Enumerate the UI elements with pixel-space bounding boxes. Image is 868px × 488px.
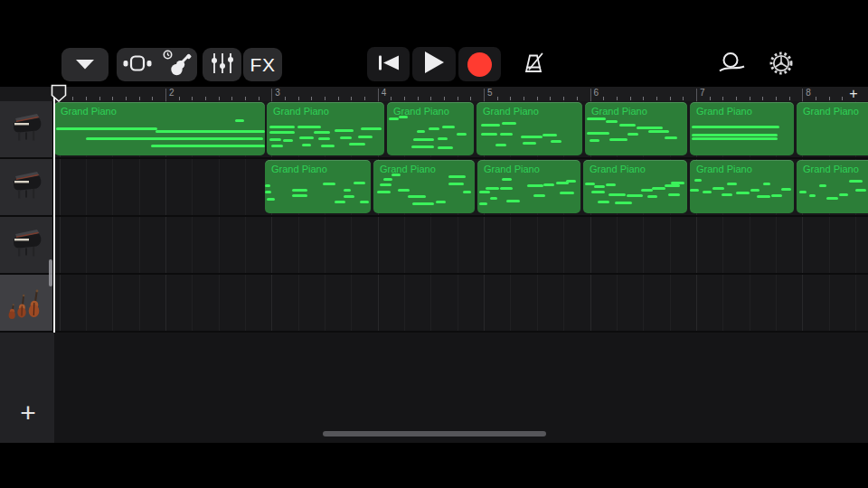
midi-note — [321, 145, 335, 147]
region-label: Grand Piano — [591, 106, 647, 117]
ruler-bar-number: 3 — [275, 88, 280, 98]
view-switcher — [117, 48, 197, 81]
strings-icon — [6, 283, 46, 323]
ruler-bar-tick — [696, 89, 697, 101]
midi-note — [502, 122, 516, 125]
vertical-scrollbar[interactable] — [49, 259, 52, 286]
record-icon — [467, 52, 492, 77]
midi-note — [781, 188, 790, 191]
region-label: Grand Piano — [380, 164, 436, 174]
midi-region[interactable]: Grand Piano — [585, 102, 687, 155]
track-header-track-1[interactable] — [0, 101, 52, 159]
midi-note — [712, 187, 724, 190]
fx-button[interactable]: FX — [243, 48, 282, 81]
midi-note — [265, 191, 271, 193]
playhead[interactable] — [53, 89, 55, 333]
midi-note — [269, 126, 296, 128]
track-header-track-4[interactable] — [0, 275, 52, 333]
ruler-sub-tick — [418, 97, 419, 100]
midi-note — [457, 133, 467, 136]
track-header-track-2[interactable] — [0, 159, 52, 217]
midi-note — [349, 143, 365, 145]
midi-note — [692, 137, 777, 140]
midi-note — [615, 202, 633, 204]
midi-note — [361, 127, 382, 130]
add-track-button[interactable]: + — [14, 397, 42, 429]
midi-region[interactable]: Grand Piano — [797, 102, 868, 155]
midi-region[interactable]: Grand Piano — [265, 160, 371, 213]
track-lane-track-3[interactable] — [54, 217, 868, 275]
midi-region[interactable]: Grand Piano — [267, 102, 384, 155]
track-header-track-3[interactable] — [0, 217, 52, 275]
play-button[interactable] — [412, 47, 456, 81]
region-label: Grand Piano — [803, 106, 859, 117]
midi-region[interactable]: Grand Piano — [387, 102, 474, 155]
record-button[interactable] — [458, 47, 501, 81]
horizontal-scrollbar[interactable] — [323, 431, 546, 436]
instrument-view-button[interactable] — [157, 48, 197, 81]
ruler-sub-tick — [285, 97, 286, 100]
midi-region[interactable]: Grand Piano — [690, 102, 794, 155]
midi-note — [283, 139, 292, 142]
midi-note — [318, 137, 330, 140]
midi-note — [648, 130, 669, 133]
ruler-bar-number: 8 — [806, 88, 811, 98]
midi-note — [566, 180, 576, 183]
ruler-bar-number: 2 — [169, 88, 175, 98]
midi-note — [297, 126, 321, 128]
region-label: Grand Piano — [803, 164, 859, 174]
region-label: Grand Piano — [483, 106, 539, 117]
ruler-sub-tick — [351, 97, 352, 100]
metronome-button[interactable] — [514, 48, 553, 81]
midi-note — [302, 144, 311, 146]
midi-note — [809, 194, 815, 197]
loop-browser-button[interactable] — [713, 48, 750, 81]
midi-note — [398, 189, 410, 192]
midi-region[interactable]: Grand Piano — [690, 160, 794, 213]
midi-note — [269, 131, 296, 134]
ruler-bar-tick — [378, 89, 379, 101]
midi-note — [299, 136, 314, 139]
midi-region[interactable]: Grand Piano — [797, 160, 868, 213]
tracks-view-icon — [123, 54, 152, 76]
ruler[interactable]: 2345678 — [54, 87, 868, 101]
rewind-button[interactable] — [367, 47, 410, 81]
midi-region[interactable]: Grand Piano — [476, 102, 582, 155]
midi-note — [523, 142, 535, 145]
ruler-sub-tick — [72, 97, 73, 100]
midi-region[interactable]: Grand Piano — [54, 102, 265, 155]
midi-region[interactable]: Grand Piano — [583, 160, 687, 213]
track-lane-track-2[interactable]: Grand PianoGrand PianoGrand PianoGrand P… — [54, 159, 868, 217]
ruler-sub-tick — [219, 97, 220, 100]
ruler-sub-tick — [722, 97, 723, 100]
settings-button[interactable] — [763, 48, 799, 81]
region-label: Grand Piano — [696, 164, 752, 174]
midi-note — [383, 178, 392, 181]
ruler-bar-number: 6 — [594, 88, 599, 98]
playhead-handle[interactable] — [51, 84, 67, 107]
grand-piano-icon — [6, 111, 46, 147]
add-bars-button[interactable]: + — [845, 86, 862, 102]
midi-note — [722, 193, 733, 196]
midi-note — [436, 201, 445, 203]
ruler-sub-tick — [112, 97, 113, 100]
midi-note — [819, 184, 826, 187]
midi-note — [551, 140, 561, 143]
ruler-sub-tick — [179, 97, 180, 100]
midi-region[interactable]: Grand Piano — [477, 160, 580, 213]
track-lane-track-1[interactable]: Grand PianoGrand PianoGrand PianoGrand P… — [54, 101, 868, 159]
midi-note — [412, 202, 435, 205]
ruler-sub-tick — [364, 97, 365, 100]
midi-note — [344, 195, 355, 198]
track-lane-track-4[interactable] — [54, 275, 868, 333]
midi-note — [438, 146, 453, 149]
mixer-button[interactable] — [203, 48, 241, 81]
ruler-sub-tick — [192, 97, 193, 100]
chevron-down-button[interactable] — [61, 48, 108, 81]
midi-region[interactable]: Grand Piano — [373, 160, 475, 213]
midi-note — [417, 130, 426, 133]
ruler-sub-tick — [816, 97, 816, 100]
tracks-view-button[interactable] — [118, 48, 157, 81]
midi-note — [292, 189, 307, 192]
region-label: Grand Piano — [271, 164, 327, 174]
